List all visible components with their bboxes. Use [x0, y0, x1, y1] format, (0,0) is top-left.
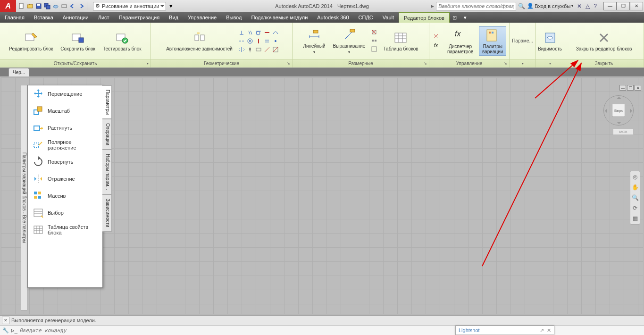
constraint-perpendicular-icon[interactable]: [238, 29, 245, 36]
panel-visibility-dd[interactable]: ▾: [536, 59, 564, 67]
view-cube[interactable]: Верх: [603, 95, 634, 126]
help-icon[interactable]: △: [585, 3, 590, 9]
linear-button[interactable]: Линейный▾: [301, 26, 327, 56]
tab-spds[interactable]: СПДС: [354, 12, 378, 23]
test-block-button[interactable]: Тестировать блок: [100, 29, 144, 53]
constraint-collinear-icon[interactable]: [238, 37, 245, 45]
pal-lookup[interactable]: Выбор: [28, 204, 102, 221]
tab-more-icon[interactable]: ▾: [460, 12, 470, 23]
new-icon[interactable]: [18, 2, 25, 10]
saveas-icon[interactable]: [43, 2, 51, 10]
tab-output[interactable]: Вывод: [221, 12, 246, 23]
tab-manage[interactable]: Управление: [183, 12, 221, 23]
dim-delete-icon[interactable]: [370, 29, 378, 36]
pal-tab-paramsets[interactable]: Наборы парам...: [102, 150, 112, 194]
workspace-dropdown[interactable]: ⚙Рисование и аннотации: [93, 2, 166, 10]
pal-array[interactable]: Массив: [28, 187, 102, 204]
constraint-hide-icon[interactable]: [263, 46, 271, 53]
panel-open-save[interactable]: Открыть/Сохранить▾: [0, 59, 151, 67]
constraint-parallel-icon[interactable]: [246, 29, 254, 36]
visibility-button[interactable]: Видимость: [535, 29, 564, 53]
ls-close-icon[interactable]: ✕: [547, 327, 551, 334]
save-block-button[interactable]: Сохранить блок: [58, 29, 98, 53]
signin-button[interactable]: 👤Вход в службы▾: [527, 3, 573, 9]
undo-icon[interactable]: [69, 2, 76, 10]
panel-manage[interactable]: Управление↘: [429, 59, 509, 67]
pal-tab-actions[interactable]: Операции: [102, 119, 112, 150]
tab-parametric[interactable]: Параметризация: [114, 12, 164, 23]
constraint-concentric-icon[interactable]: [246, 37, 254, 45]
open-icon[interactable]: [26, 2, 34, 10]
align-button[interactable]: Выравнивание▾: [331, 26, 368, 56]
manage-fx-icon[interactable]: fx: [432, 42, 440, 49]
pal-rotate[interactable]: Повернуть: [28, 153, 102, 170]
cloud-icon[interactable]: [52, 2, 59, 10]
nav-wheel-icon[interactable]: ◎: [631, 173, 639, 181]
tab-a360[interactable]: Autodesk 360: [312, 12, 353, 23]
search-input[interactable]: [436, 2, 516, 10]
constraint-smooth-icon[interactable]: [272, 29, 279, 36]
block-table-button[interactable]: Таблица блоков: [381, 29, 420, 53]
tab-view[interactable]: Вид: [164, 12, 183, 23]
panel-dimensional[interactable]: Размерные↘: [293, 59, 429, 67]
close-button[interactable]: ✕: [630, 2, 643, 10]
constraint-show-icon[interactable]: [255, 46, 262, 53]
canvas-max-button[interactable]: ❐: [627, 85, 634, 91]
edit-block-button[interactable]: Редактировать блок: [7, 29, 55, 53]
pal-proptable[interactable]: Таблица свойств блока: [28, 221, 102, 238]
manage-delete-icon[interactable]: [432, 33, 440, 41]
tab-focus-icon[interactable]: ⊡: [450, 12, 460, 23]
wcs-label[interactable]: МСК: [613, 128, 634, 135]
tab-insert[interactable]: Вставка: [29, 12, 58, 23]
nav-orbit-icon[interactable]: ⟳: [631, 204, 639, 212]
cmd-options-icon[interactable]: 🔧: [2, 327, 9, 334]
constraint-hideall-icon[interactable]: [272, 46, 279, 53]
constraint-tangent-icon[interactable]: [255, 29, 262, 36]
pal-polar-stretch[interactable]: Полярное растяжение: [28, 136, 102, 153]
authoring-palettes-button[interactable]: Палитры вариации: [479, 26, 506, 56]
tab-block-editor[interactable]: Редактор блоков: [399, 12, 450, 23]
drawing-area[interactable]: Чер... Y X: [0, 68, 644, 315]
exchange-icon[interactable]: ✕: [577, 3, 582, 9]
pal-tab-constraints[interactable]: Зависимости: [102, 194, 112, 232]
minimize-button[interactable]: —: [603, 2, 617, 10]
qat-more-icon[interactable]: ▾: [167, 2, 175, 10]
pal-tab-parameters[interactable]: Параметры: [102, 85, 112, 119]
canvas-close-button[interactable]: ✕: [635, 85, 641, 91]
auto-constrain-button[interactable]: Автоналожение зависимостей: [164, 29, 235, 53]
constraint-horizontal-icon[interactable]: [263, 29, 271, 36]
pal-stretch[interactable]: Растянуть: [28, 119, 102, 136]
constraint-coincident-icon[interactable]: [272, 37, 279, 45]
constraint-vertical-icon[interactable]: [255, 37, 262, 45]
tab-layout[interactable]: Лист: [93, 12, 114, 23]
dim-constraint-icon[interactable]: [370, 37, 378, 45]
app-logo[interactable]: A: [0, 0, 16, 12]
pal-scale[interactable]: Масштаб: [28, 102, 102, 119]
dim-form-icon[interactable]: [370, 46, 378, 53]
help2-icon[interactable]: ?: [594, 3, 597, 9]
cmd-close-icon[interactable]: ✕: [2, 317, 9, 324]
lightshot-toast[interactable]: Lightshot ↗✕: [455, 326, 554, 335]
nav-showmotion-icon[interactable]: ▦: [631, 215, 639, 222]
nav-zoom-icon[interactable]: 🔍: [631, 194, 639, 201]
document-tab[interactable]: Чер...: [8, 68, 29, 76]
nav-pan-icon[interactable]: ✋: [631, 184, 639, 191]
maximize-button[interactable]: ❐: [617, 2, 630, 10]
constraint-equal-icon[interactable]: [263, 37, 271, 45]
plot-icon[interactable]: [60, 2, 68, 10]
ls-up-icon[interactable]: ↗: [540, 327, 544, 334]
constraint-fix-icon[interactable]: [246, 46, 254, 53]
pal-move[interactable]: Перемещение: [28, 85, 102, 102]
pal-flip[interactable]: Отражение: [28, 170, 102, 187]
palette-title-bar[interactable]: Палитры вариаций блоков - Все палитры: [21, 85, 27, 310]
tab-home[interactable]: Главная: [0, 12, 29, 23]
canvas-min-button[interactable]: —: [619, 85, 626, 91]
save-icon[interactable]: [35, 2, 42, 10]
tab-annotate[interactable]: Аннотации: [58, 12, 93, 23]
param-manager-button[interactable]: fxДиспетчер параметров: [444, 26, 476, 56]
tab-vault[interactable]: Vault: [378, 12, 399, 23]
search-icon[interactable]: 🔍: [518, 3, 525, 9]
constraint-symmetric-icon[interactable]: [238, 46, 245, 53]
redo-icon[interactable]: [77, 2, 85, 10]
panel-geometric[interactable]: Геометрические↘: [151, 59, 292, 67]
